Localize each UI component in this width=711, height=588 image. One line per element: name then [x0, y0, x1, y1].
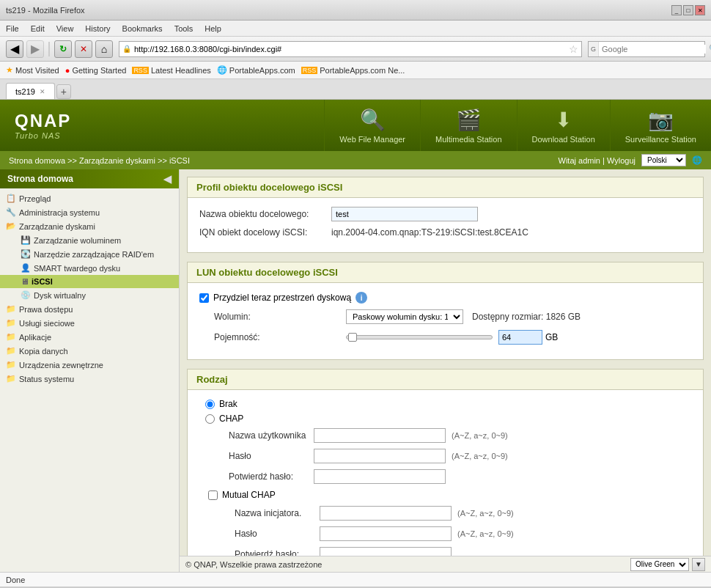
menu-history[interactable]: History — [85, 24, 110, 33]
sidebar-item-smart[interactable]: 👤 SMART twardego dysku — [0, 261, 179, 275]
checkbox-przydziel-input[interactable] — [199, 293, 209, 303]
address-input[interactable] — [134, 42, 566, 56]
input-username[interactable] — [314, 428, 446, 443]
stop-button[interactable]: ✕ — [75, 40, 92, 58]
input-haslo[interactable] — [314, 449, 446, 463]
menu-view[interactable]: View — [56, 24, 74, 33]
bookmark-portableapps[interactable]: 🌐 PortableApps.com — [217, 65, 295, 75]
sidebar-item-dysk-wirtualny[interactable]: 💿 Dysk wirtualny — [0, 288, 179, 302]
nav-web-file-manager[interactable]: 🔍 Web File Manager — [324, 100, 420, 151]
sidebar-item-iscsi[interactable]: 🖥 iSCSI — [0, 275, 179, 288]
bookmark-most-visited[interactable]: ★ Most Visited — [6, 65, 59, 75]
form-row-mutual-confirm: Potwierdź hasło: — [217, 547, 691, 556]
tab-close-icon[interactable]: ✕ — [40, 88, 45, 95]
sidebar-item-label: Zarządzanie dyskami — [19, 222, 173, 231]
input-confirm-haslo[interactable] — [314, 469, 446, 484]
sidebar-item-uslugi-sieciowe[interactable]: 📁 Usługi sieciowe — [0, 316, 179, 330]
sidebar-item-przeglad[interactable]: 📋 Przegląd — [0, 191, 179, 205]
section-rodzaj-title: Rodzaj — [188, 370, 703, 390]
theme-select[interactable]: Olive Green — [630, 558, 689, 571]
sidebar-item-label: Zarządzanie woluminem — [34, 236, 173, 245]
sidebar-header: Strona domowa ◀ — [0, 169, 179, 188]
nav-multimedia-station[interactable]: 🎬 Multimedia Station — [420, 100, 517, 151]
sidebar-item-label: Aplikacje — [19, 333, 173, 342]
sidebar-item-kopia-danych[interactable]: 📁 Kopia danych — [0, 344, 179, 358]
address-bar[interactable]: 🔒 ☆ — [119, 41, 582, 57]
sidebar-item-administracja[interactable]: 🔧 Administracja systemu — [0, 205, 179, 219]
list-icon: 📋 — [6, 194, 16, 203]
sidebar-item-narzedzie-raid[interactable]: 💽 Narzędzie zarządzające RAID'em — [0, 247, 179, 261]
breadcrumb-right: Witaj admin | Wyloguj Polski English 🌐 — [559, 154, 702, 166]
search-go-icon[interactable]: 🔍 — [706, 44, 711, 54]
tab-ts219[interactable]: ts219 ✕ — [6, 83, 55, 99]
sidebar-item-status-systemu[interactable]: 📁 Status systemu — [0, 372, 179, 386]
star-icon: ★ — [6, 65, 13, 75]
slider-track[interactable] — [346, 335, 493, 339]
search-bar[interactable]: G 🔍 — [588, 41, 705, 57]
menu-bookmarks[interactable]: Bookmarks — [122, 24, 163, 33]
close-button[interactable]: ✕ — [695, 5, 705, 15]
maximize-button[interactable]: □ — [683, 5, 693, 15]
slider-thumb[interactable] — [348, 333, 357, 342]
section-lun: LUN obiektu docelowego iSCSI Przydziel t… — [187, 262, 704, 360]
menu-help[interactable]: Help — [205, 24, 221, 33]
status-arrow[interactable]: ▼ — [692, 558, 705, 571]
section-rodzaj: Rodzaj Brak CHAP Nazw — [187, 369, 704, 556]
menu-file[interactable]: File — [6, 24, 19, 33]
window-controls[interactable]: _ □ ✕ — [671, 5, 705, 15]
sidebar-item-label: Status systemu — [19, 375, 173, 383]
minimize-button[interactable]: _ — [671, 5, 682, 15]
tab-ts219-label: ts219 — [15, 87, 35, 96]
new-tab-button[interactable]: + — [56, 84, 71, 99]
sidebar-item-label: Przegląd — [19, 194, 173, 203]
bookmark-star-icon[interactable]: ☆ — [566, 43, 581, 55]
input-mutual-confirm[interactable] — [320, 547, 452, 556]
bookmark-latest-headlines[interactable]: RSS Latest Headlines — [132, 66, 210, 75]
mutual-chap-checkbox[interactable] — [208, 490, 218, 500]
form-row-nazwa: Nazwa obiektu docelowego: — [199, 207, 691, 221]
sidebar-item-aplikacje[interactable]: 📁 Aplikacje — [0, 330, 179, 344]
sidebar-item-label: Narzędzie zarządzające RAID'em — [34, 250, 173, 259]
forward-button[interactable]: ▶ — [26, 40, 44, 58]
copyright-text: © QNAP, Wszelkie prawa zastrzeżone — [185, 560, 322, 569]
input-pojemnosc[interactable] — [498, 330, 542, 345]
home-button[interactable]: ⌂ — [95, 40, 113, 58]
info-icon[interactable]: i — [356, 292, 367, 304]
nav-surveillance-station[interactable]: 📷 Surveillance Station — [610, 100, 711, 151]
sidebar-toggle[interactable]: ◀ — [163, 173, 172, 185]
sidebar-item-label: SMART twardego dysku — [34, 264, 173, 273]
bookmark-portableapps-ne[interactable]: RSS PortableApps.com Ne... — [301, 66, 405, 75]
menu-tools[interactable]: Tools — [174, 24, 194, 33]
radio-brak-input[interactable] — [205, 400, 215, 409]
virtual-disk-icon: 💿 — [21, 290, 31, 300]
folder-icon-1: 📁 — [6, 304, 16, 314]
sidebar-item-prawa-dostepu[interactable]: 📁 Prawa dostępu — [0, 302, 179, 316]
sidebar-item-zarzadzanie-dyskami[interactable]: 📂 Zarządzanie dyskami — [0, 219, 179, 233]
menu-edit[interactable]: Edit — [31, 24, 45, 33]
sidebar-item-zarzadzanie-woluminem[interactable]: 💾 Zarządzanie woluminem — [0, 233, 179, 247]
radio-chap-input[interactable] — [205, 414, 215, 424]
search-input[interactable] — [599, 45, 706, 54]
refresh-button[interactable]: ↻ — [54, 40, 72, 58]
form-row-confirm-haslo: Potwierdź hasło: — [211, 469, 691, 484]
navigation-toolbar: ◀ ▶ ↻ ✕ ⌂ 🔒 ☆ G 🔍 — [0, 37, 711, 62]
nav-download-station-label: Download Station — [532, 135, 595, 144]
nav-download-station[interactable]: ⬇ Download Station — [517, 100, 610, 151]
back-button[interactable]: ◀ — [6, 40, 23, 58]
section-rodzaj-content: Brak CHAP Nazwa użytkownika (A~Z, a~z, 0… — [188, 390, 703, 556]
sidebar-item-urzadzenia-zewnetrzne[interactable]: 📁 Urządzenia zewnętrzne — [0, 358, 179, 372]
select-wolumin[interactable]: Paskowy wolumin dysku: 1 2 — [346, 309, 463, 324]
browser-title: ts219 - Mozilla Firefox — [6, 6, 85, 15]
bookmark-getting-started[interactable]: ● Getting Started — [65, 66, 127, 75]
section-lun-title: LUN obiektu docelowego iSCSI — [188, 262, 703, 283]
input-initiator-name[interactable] — [320, 506, 452, 521]
magnifier-icon: 🔍 — [360, 108, 386, 132]
input-mutual-haslo[interactable] — [320, 526, 452, 541]
label-haslo: Hasło — [211, 451, 314, 461]
sidebar-tree: 📋 Przegląd 🔧 Administracja systemu 📂 Zar… — [0, 188, 179, 389]
smart-icon: 👤 — [21, 263, 31, 273]
folder-icon-4: 📁 — [6, 346, 16, 356]
language-select[interactable]: Polski English — [641, 154, 686, 166]
hint-initiator: (A~Z, a~z, 0~9) — [457, 509, 514, 518]
input-nazwa[interactable] — [331, 207, 478, 221]
